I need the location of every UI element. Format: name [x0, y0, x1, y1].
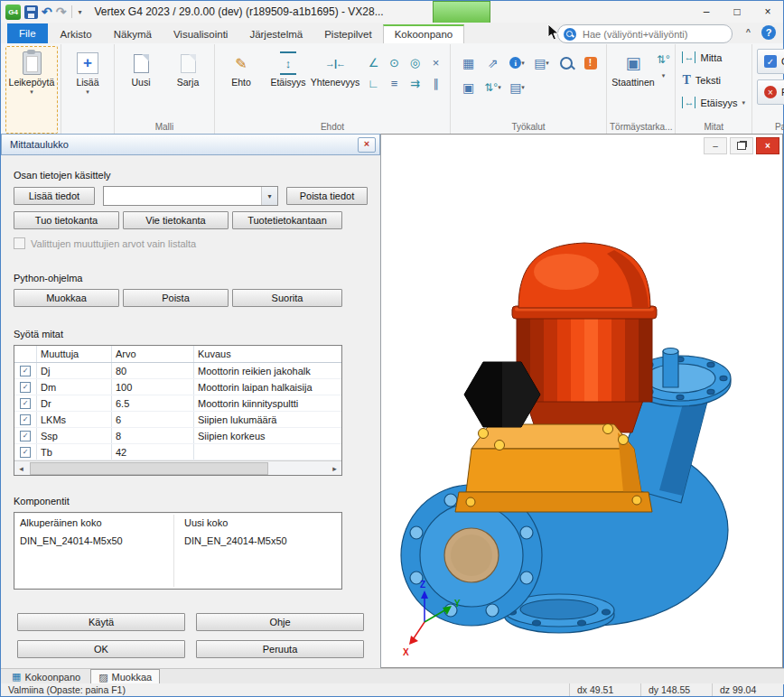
uusi-button[interactable]: Uusi: [117, 46, 164, 90]
viewport-restore-button[interactable]: [730, 137, 753, 154]
kayta-button[interactable]: Käytä: [17, 613, 185, 631]
insert-button[interactable]: + Lisää ▾: [64, 46, 111, 134]
zoom-icon[interactable]: [555, 51, 577, 74]
titlebar: G4 ↶ ↷ ▾ Vertex G4 2023 / 29.0.00 (dev) …: [1, 1, 783, 23]
info-icon[interactable]: i▾: [506, 51, 528, 74]
parallel-arrows-constraint-icon[interactable]: ⇉: [406, 74, 425, 93]
mitta-button[interactable]: ↔ Mitta: [678, 46, 748, 69]
komponentit-row[interactable]: DIN_EN_24014-M5x50 DIN_EN_24014-M5x50: [14, 533, 341, 549]
paste-button[interactable]: Leikepöytä ▾: [5, 46, 58, 134]
table-row[interactable]: ✓ Dm 100 Moottorin laipan halkaisija: [14, 379, 341, 395]
chevron-down-icon[interactable]: ▾: [662, 72, 666, 79]
quick-access-dropdown-icon[interactable]: ▾: [78, 8, 81, 16]
search-input[interactable]: [581, 28, 726, 41]
perpendicular-constraint-icon[interactable]: ∟: [364, 74, 383, 93]
component-lock-icon[interactable]: ▦: [457, 51, 480, 74]
help-button[interactable]: ?: [761, 25, 776, 40]
share-icon[interactable]: ⇗: [481, 51, 504, 74]
viewport-minimize-button[interactable]: –: [704, 137, 727, 154]
tab-nakyma[interactable]: Näkymä: [103, 25, 163, 43]
sarja-button[interactable]: Sarja: [164, 46, 211, 90]
scrollbar-thumb[interactable]: [30, 462, 268, 475]
peruuta-button[interactable]: Peruuta: [196, 640, 364, 658]
table-row[interactable]: ✓ LKMs 6 Siipien lukumäärä: [14, 412, 341, 428]
tab-file[interactable]: File: [7, 23, 48, 43]
maximize-button[interactable]: □: [722, 1, 752, 23]
row-checkbox[interactable]: ✓: [20, 431, 31, 441]
status-bar: Valmiina (Opaste: paina F1) dx 49.51 dy …: [1, 683, 783, 696]
close-button[interactable]: ×: [752, 1, 783, 23]
staattinen-button[interactable]: ▣ Staattinen: [610, 46, 657, 90]
poista-button[interactable]: Poista: [123, 289, 229, 307]
table-row[interactable]: ✓ Ssp 8 Siipien korkeus: [14, 428, 341, 444]
search-box[interactable]: [557, 24, 733, 43]
window-title: Vertex G4 2023 / 29.0.00 (dev) (r189509-…: [94, 5, 383, 18]
col-kuvaus[interactable]: Kuvaus: [194, 346, 341, 362]
ok-button[interactable]: OK: [17, 640, 185, 658]
dialog-titlebar[interactable]: Mittataulukko ×: [1, 134, 380, 155]
row-checkbox[interactable]: ✓: [20, 366, 31, 376]
combo-dropdown-icon[interactable]: ▾: [261, 187, 277, 205]
collapse-ribbon-icon[interactable]: ^: [746, 27, 751, 36]
col-muuttuja[interactable]: Muuttuja: [37, 346, 112, 362]
table-row[interactable]: ✓ Tb 42: [14, 444, 341, 460]
concentric-constraint-icon[interactable]: ◎: [406, 53, 425, 72]
tab-visualisointi[interactable]: Visualisointi: [163, 25, 239, 43]
tab-kokoonpano[interactable]: Kokoonpano: [383, 24, 465, 43]
dialog-title: Mittataulukko: [10, 139, 69, 150]
row-checkbox[interactable]: ✓: [20, 447, 31, 458]
etaisyys-measure-button[interactable]: ↔ Etäisyys ▾: [678, 91, 748, 114]
viewport-close-button[interactable]: ×: [756, 137, 779, 154]
quick-access-toolbar: G4 ↶ ↷ ▾: [1, 5, 81, 20]
lisaa-tiedot-button[interactable]: Lisää tiedot: [14, 187, 95, 205]
etaisyys-constraint-button[interactable]: ↕ Etäisyys: [265, 46, 312, 90]
angle-constraint-icon[interactable]: ∠: [364, 53, 383, 72]
horizontal-scrollbar[interactable]: ◂ ▸: [14, 460, 341, 475]
coincident-constraint-icon[interactable]: ≡: [385, 74, 404, 93]
poista-tiedot-button[interactable]: Poista tiedot: [286, 187, 368, 205]
row-checkbox[interactable]: ✓: [20, 414, 31, 425]
ok-ribbon-button[interactable]: ✓ OK: [757, 49, 784, 74]
muokkaa-button[interactable]: Muokkaa: [14, 289, 119, 307]
column-divider: [173, 515, 174, 587]
rotate-angle-icon[interactable]: ⇅°▾: [481, 76, 504, 98]
doc-tab-muokkaa[interactable]: ▨ Muokkaa: [90, 669, 160, 684]
warning-icon[interactable]: !: [579, 51, 602, 74]
model-viewport[interactable]: – ×: [381, 134, 783, 668]
scroll-left-icon[interactable]: ◂: [14, 462, 28, 475]
tab-jarjestelma[interactable]: Järjestelmä: [238, 25, 313, 43]
vie-tietokanta-button[interactable]: Vie tietokanta: [123, 211, 229, 229]
tuo-tietokanta-button[interactable]: Tuo tietokanta: [14, 211, 119, 229]
mitat-table: Muuttuja Arvo Kuvaus ✓ Dj 80 Moottorin r…: [14, 345, 342, 476]
visibility-icon[interactable]: ▤▾: [530, 51, 553, 74]
poistu-ribbon-button[interactable]: × Poistu: [757, 79, 784, 105]
doc-tab-kokoonpano[interactable]: ▦ Kokoonpano: [5, 670, 88, 684]
listalta-checkbox[interactable]: [14, 237, 25, 249]
tuotetietokantaan-button[interactable]: Tuotetietokantaan: [232, 211, 342, 229]
dialog-close-button[interactable]: ×: [358, 137, 376, 153]
tab-arkisto[interactable]: Arkisto: [50, 25, 103, 43]
undo-icon[interactable]: ↶: [42, 5, 52, 18]
teksti-button[interactable]: T Teksti: [678, 69, 748, 91]
minimize-button[interactable]: –: [691, 1, 722, 23]
cross-constraint-icon[interactable]: ×: [426, 53, 445, 72]
tangent-constraint-icon[interactable]: ⊙: [385, 53, 404, 72]
save-icon[interactable]: [24, 5, 38, 19]
ohje-button[interactable]: Ohje: [196, 613, 364, 631]
layers-icon[interactable]: ▤▾: [506, 76, 528, 98]
tab-pistepilvet[interactable]: Pistepilvet: [313, 25, 382, 43]
table-row[interactable]: ✓ Dr 6.5 Moottorin kiinnityspultti: [14, 395, 341, 412]
table-row[interactable]: ✓ Dj 80 Moottorin reikien jakohalk: [14, 363, 341, 379]
parallel-constraint-icon[interactable]: ∥: [426, 74, 445, 93]
ehto-button[interactable]: ✎ Ehto: [218, 46, 265, 90]
row-checkbox[interactable]: ✓: [20, 398, 31, 409]
collision-arrows-icon[interactable]: ⇅°: [657, 53, 670, 66]
yhtenevyys-button[interactable]: →|← Yhtenevyys: [312, 46, 359, 90]
col-arvo[interactable]: Arvo: [112, 346, 194, 362]
redo-icon[interactable]: ↷: [56, 5, 67, 18]
row-checkbox[interactable]: ✓: [20, 382, 31, 393]
suorita-button[interactable]: Suorita: [232, 289, 342, 307]
tiedot-combo[interactable]: ▾: [103, 186, 278, 206]
scroll-right-icon[interactable]: ▸: [328, 462, 341, 475]
window-tool-icon[interactable]: ▣: [457, 76, 480, 98]
